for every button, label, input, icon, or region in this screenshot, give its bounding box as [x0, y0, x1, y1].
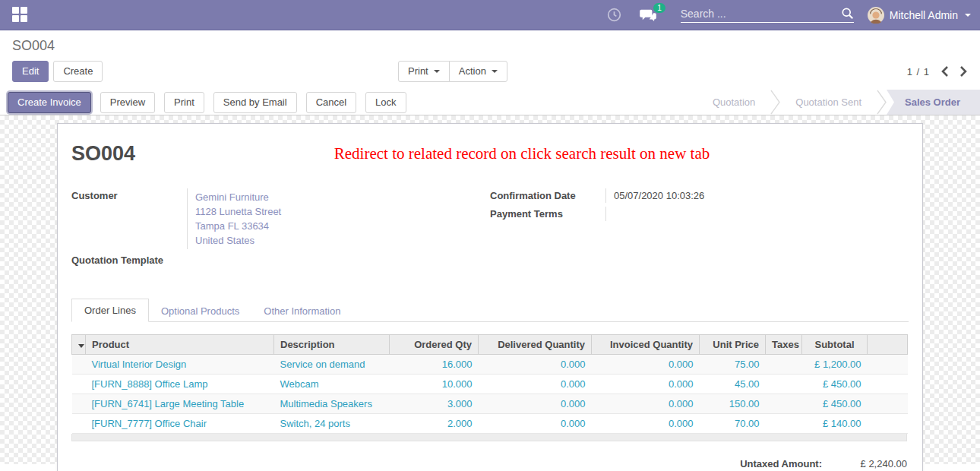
caret-down-icon — [78, 344, 84, 348]
column-header-delivered-quantity[interactable]: Delivered Quantity — [479, 335, 592, 355]
notebook-tabs: Order Lines Optional Products Other Info… — [71, 299, 909, 322]
pager-previous-icon[interactable] — [940, 65, 949, 77]
column-header-product[interactable]: Product — [86, 335, 274, 355]
customer-city: Tampa FL 33634 — [195, 219, 490, 233]
status-step-sales-order[interactable]: Sales Order — [887, 90, 980, 115]
control-panel: SO004 Edit Create Print Action 1 / 1 — [0, 30, 980, 90]
tab-order-lines[interactable]: Order Lines — [71, 299, 149, 322]
untaxed-amount-value: £ 2,240.00 — [822, 458, 907, 469]
status-steps: Quotation Quotation Sent Sales Order — [697, 90, 980, 115]
table-header-row: Product Description Ordered Qty Delivere… — [72, 335, 908, 355]
user-menu[interactable]: Mitchell Admin — [868, 7, 971, 24]
table-row[interactable]: [FURN_7777] Office Chair Switch, 24 port… — [72, 414, 908, 434]
customer-label: Customer — [71, 188, 187, 249]
preview-button[interactable]: Preview — [100, 92, 155, 113]
messages-icon[interactable]: 1 — [640, 8, 656, 22]
search-icon[interactable] — [841, 7, 854, 20]
statusbar: Create Invoice Preview Print Send by Ema… — [0, 90, 980, 115]
untaxed-amount-label: Untaxed Amount: — [740, 458, 822, 469]
quotation-template-label: Quotation Template — [71, 253, 187, 267]
send-by-email-button[interactable]: Send by Email — [213, 92, 297, 113]
column-header-description[interactable]: Description — [274, 335, 390, 355]
global-search — [681, 7, 854, 23]
chevron-separator-icon — [770, 90, 780, 115]
column-header-taxes[interactable]: Taxes — [766, 335, 802, 355]
table-row[interactable]: Virtual Interior Design Service on deman… — [72, 355, 908, 375]
print-button[interactable]: Print — [164, 92, 204, 113]
column-header-unit-price[interactable]: Unit Price — [700, 335, 766, 355]
pager: 1 / 1 — [907, 65, 968, 77]
payment-terms-label: Payment Terms — [490, 207, 605, 221]
order-lines-table: Product Description Ordered Qty Delivere… — [71, 334, 908, 434]
messages-count-badge: 1 — [653, 3, 665, 13]
expand-column-header[interactable] — [72, 335, 86, 355]
lock-button[interactable]: Lock — [365, 92, 406, 113]
tab-optional-products[interactable]: Optional Products — [149, 300, 251, 322]
table-row[interactable]: [FURN_8888] Office Lamp Webcam 10.000 0.… — [72, 375, 908, 394]
chevron-down-icon — [434, 70, 440, 73]
product-link[interactable]: [FURN_8888] Office Lamp — [86, 375, 274, 394]
totals-section: Untaxed Amount: £ 2,240.00 — [71, 458, 907, 469]
column-header-ordered-qty[interactable]: Ordered Qty — [390, 335, 479, 355]
confirmation-date-label: Confirmation Date — [490, 188, 605, 203]
top-navbar: 1 Mitchell Admin — [0, 0, 980, 30]
product-link[interactable]: [FURN_7777] Office Chair — [86, 414, 274, 434]
table-footer-strip — [71, 434, 907, 441]
field-group-right: Confirmation Date 05/07/2020 10:03:26 Pa… — [490, 188, 909, 271]
pager-next-icon[interactable] — [959, 65, 968, 77]
breadcrumb: SO004 — [12, 38, 968, 54]
form-view-background: SO004 Redirect to related record on clic… — [0, 115, 980, 464]
customer-street: 1128 Lunetta Street — [195, 204, 490, 219]
tab-other-information[interactable]: Other Information — [251, 300, 352, 322]
create-invoice-button[interactable]: Create Invoice — [8, 92, 91, 113]
record-title: SO004 — [71, 142, 135, 166]
annotation-note: Redirect to related record on click sear… — [135, 144, 909, 163]
product-link[interactable]: [FURN_6741] Large Meeting Table — [86, 394, 274, 414]
product-link[interactable]: Virtual Interior Design — [86, 355, 274, 375]
user-name: Mitchell Admin — [890, 9, 958, 21]
cancel-button[interactable]: Cancel — [306, 92, 356, 113]
column-header-spacer — [868, 335, 908, 355]
edit-button[interactable]: Edit — [12, 61, 49, 82]
customer-country: United States — [195, 233, 490, 248]
chevron-down-icon — [492, 70, 498, 73]
search-input[interactable] — [681, 8, 841, 20]
table-row[interactable]: [FURN_6741] Large Meeting Table Multimed… — [72, 394, 908, 414]
customer-value: Gemini Furniture 1128 Lunetta Street Tam… — [187, 188, 490, 249]
print-dropdown-button[interactable]: Print — [398, 61, 450, 82]
customer-link[interactable]: Gemini Furniture — [195, 190, 490, 204]
status-step-quotation-sent[interactable]: Quotation Sent — [780, 90, 877, 115]
field-group-left: Customer Gemini Furniture 1128 Lunetta S… — [71, 188, 490, 271]
payment-terms-value — [605, 207, 909, 221]
column-header-invoiced-quantity[interactable]: Invoiced Quantity — [592, 335, 700, 355]
action-dropdown-button[interactable]: Action — [449, 61, 507, 82]
column-header-subtotal[interactable]: Subtotal — [802, 335, 868, 355]
quotation-template-value — [187, 253, 490, 267]
chevron-separator-icon — [877, 90, 887, 115]
confirmation-date-value: 05/07/2020 10:03:26 — [605, 188, 909, 203]
create-button[interactable]: Create — [53, 61, 103, 82]
status-step-quotation[interactable]: Quotation — [697, 90, 770, 115]
activity-clock-icon[interactable] — [607, 8, 621, 22]
avatar — [868, 7, 884, 24]
user-caret-icon — [965, 14, 971, 17]
sales-order-sheet: SO004 Redirect to related record on clic… — [57, 123, 923, 471]
pager-value[interactable]: 1 / 1 — [907, 66, 930, 77]
apps-menu-icon[interactable] — [12, 7, 29, 24]
